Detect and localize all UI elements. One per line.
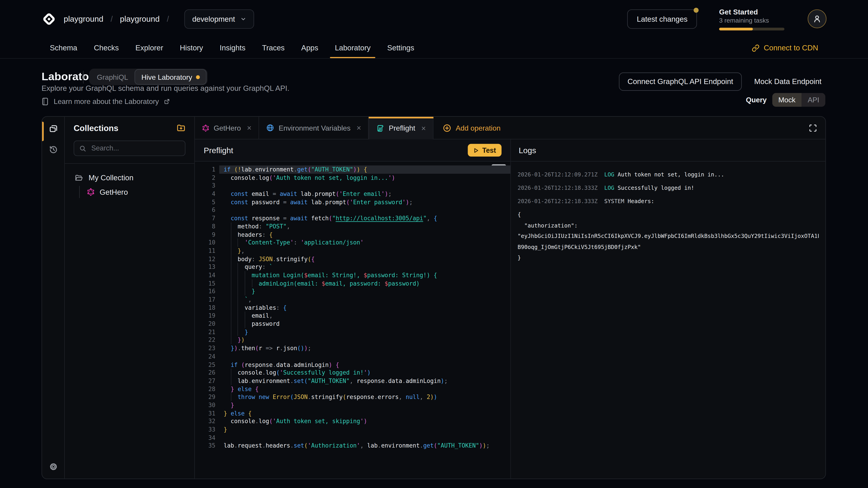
log-entry: 2026-01-26T12:12:18.333Z SYSTEM Headers: bbox=[518, 196, 819, 207]
tab-environment-variables[interactable]: Environment Variables× bbox=[259, 117, 369, 139]
line-content bbox=[223, 206, 510, 214]
line-number: 15 bbox=[195, 279, 215, 287]
line-number: 12 bbox=[195, 255, 215, 263]
breadcrumb-org[interactable]: playground bbox=[64, 14, 103, 23]
indent-guide bbox=[238, 320, 238, 328]
mock-data-endpoint-button[interactable]: Mock Data Endpoint bbox=[754, 77, 822, 86]
code-line: 16 } bbox=[195, 287, 510, 295]
nav-tab-traces[interactable]: Traces bbox=[262, 38, 285, 58]
latest-changes-label: Latest changes bbox=[637, 15, 687, 23]
indent-guide bbox=[230, 312, 231, 320]
globe-icon bbox=[267, 124, 274, 132]
nav-tab-laboratory[interactable]: Laboratory bbox=[335, 38, 370, 58]
collections-panel: Collections My Collection bbox=[65, 117, 195, 479]
code-line: 5 const password = await lab.prompt('Ent… bbox=[195, 198, 510, 206]
nav-tab-history[interactable]: History bbox=[180, 38, 203, 58]
get-started-widget[interactable]: Get Started 3 remaining tasks bbox=[719, 7, 785, 30]
collections-search[interactable] bbox=[74, 140, 186, 156]
code-line: 27 lab.environment.set("AUTH_TOKEN", res… bbox=[195, 377, 510, 385]
close-icon[interactable]: × bbox=[357, 123, 361, 132]
collection-operation-gethero[interactable]: GetHero bbox=[65, 185, 194, 199]
nav-tab-apps[interactable]: Apps bbox=[301, 38, 318, 58]
segment-mock[interactable]: Mock bbox=[772, 93, 802, 107]
connect-to-cdn-link[interactable]: Connect to CDN bbox=[752, 38, 818, 58]
target-selector[interactable]: development bbox=[184, 9, 254, 29]
logs-output[interactable]: 2026-01-26T12:12:09.271Z LOG Auth token … bbox=[511, 162, 825, 479]
nav-tab-schema[interactable]: Schema bbox=[50, 38, 77, 58]
nav-tab-explorer[interactable]: Explorer bbox=[135, 38, 163, 58]
nav-tab-checks[interactable]: Checks bbox=[94, 38, 119, 58]
log-entry: 2026-01-26T12:12:18.333Z LOG Successfull… bbox=[518, 183, 819, 193]
line-number: 19 bbox=[195, 312, 215, 320]
code-line: 10 'Content-Type': 'application/json' bbox=[195, 238, 510, 247]
indent-guide bbox=[245, 287, 245, 295]
line-content: method: "POST", bbox=[223, 222, 510, 230]
settings-rail-button[interactable] bbox=[42, 462, 64, 471]
code-line: 22 }) bbox=[195, 336, 510, 344]
tab-preflight[interactable]: Preflight× bbox=[369, 117, 434, 139]
test-button[interactable]: Test bbox=[468, 144, 502, 157]
code-line: 25 if (response.data.adminLogin) { bbox=[195, 361, 510, 369]
nav-tab-insights[interactable]: Insights bbox=[220, 38, 246, 58]
fullscreen-button[interactable] bbox=[809, 117, 825, 139]
tab-label: GetHero bbox=[214, 124, 241, 132]
log-timestamp: 2026-01-26T12:12:09.271Z bbox=[518, 171, 604, 177]
learn-more-link[interactable]: Learn more about the Laboratory bbox=[41, 97, 170, 106]
toggle-option-hive-laboratory[interactable]: Hive Laboratory bbox=[135, 69, 207, 85]
code-line: 21 } bbox=[195, 328, 510, 336]
indent-guide bbox=[238, 312, 238, 320]
user-avatar[interactable] bbox=[808, 9, 827, 28]
code-line: 4 const email = await lab.prompt('Enter … bbox=[195, 190, 510, 198]
segment-api[interactable]: API bbox=[802, 93, 825, 107]
code-line: 29 throw new Error(JSON.stringify(respon… bbox=[195, 393, 510, 401]
search-input[interactable] bbox=[90, 144, 180, 153]
line-content: password bbox=[223, 320, 510, 328]
tab-gethero[interactable]: GetHero× bbox=[195, 117, 259, 139]
external-link-icon bbox=[164, 98, 170, 105]
latest-changes-button[interactable]: Latest changes bbox=[627, 9, 697, 29]
line-content: headers: { bbox=[223, 230, 510, 238]
hive-logo-icon[interactable] bbox=[41, 11, 57, 26]
breadcrumb-project[interactable]: playground bbox=[120, 14, 160, 23]
endpoint-actions: Connect GraphQL API Endpoint Mock Data E… bbox=[619, 72, 822, 91]
book-icon bbox=[41, 97, 49, 106]
code-line: 19 email, bbox=[195, 312, 510, 320]
code-line: 34 bbox=[195, 433, 510, 442]
line-content bbox=[223, 433, 510, 442]
indent-guide bbox=[230, 238, 231, 247]
collection-folder[interactable]: My Collection bbox=[65, 170, 194, 185]
code-editor[interactable]: 1if (!lab.environment.get("AUTH_TOKEN"))… bbox=[195, 162, 510, 479]
chevron-down-icon bbox=[240, 16, 246, 22]
history-rail-button[interactable] bbox=[42, 145, 64, 155]
page-description: Explore your GraphQL schema and run quer… bbox=[41, 84, 289, 92]
toggle-option-graphiql[interactable]: GraphiQL bbox=[90, 73, 135, 81]
log-message: Auth token not set, loggin in... bbox=[618, 171, 724, 177]
line-number: 31 bbox=[195, 409, 215, 417]
get-started-title: Get Started bbox=[719, 7, 785, 16]
code-line: 1if (!lab.environment.get("AUTH_TOKEN"))… bbox=[195, 165, 510, 173]
indent-guide bbox=[230, 287, 231, 295]
indent-guide bbox=[230, 222, 231, 230]
line-number: 30 bbox=[195, 401, 215, 409]
line-number: 3 bbox=[195, 182, 215, 190]
close-icon[interactable]: × bbox=[421, 124, 426, 132]
indent-guide bbox=[245, 279, 245, 287]
close-icon[interactable]: × bbox=[247, 123, 252, 132]
nav-tab-settings[interactable]: Settings bbox=[387, 38, 414, 58]
collections-rail-button[interactable] bbox=[42, 124, 64, 133]
indent-guide bbox=[238, 238, 238, 247]
add-operation-button[interactable]: Add operation bbox=[434, 117, 510, 139]
indent-guide bbox=[230, 328, 231, 336]
line-content: if (response.data.adminLogin) { bbox=[223, 361, 510, 369]
connect-graphql-api-endpoint-button[interactable]: Connect GraphQL API Endpoint bbox=[619, 72, 742, 91]
gear-icon bbox=[49, 462, 58, 471]
add-operation-label: Add operation bbox=[456, 124, 500, 132]
get-started-progressbar bbox=[719, 27, 784, 30]
line-content: `, bbox=[223, 295, 510, 304]
indent-guide bbox=[245, 271, 245, 279]
line-content: const password = await lab.prompt('Enter… bbox=[223, 198, 510, 206]
line-number: 20 bbox=[195, 320, 215, 328]
line-content: } else { bbox=[223, 385, 510, 393]
add-collection-button[interactable] bbox=[177, 123, 185, 132]
test-button-label: Test bbox=[483, 147, 496, 154]
